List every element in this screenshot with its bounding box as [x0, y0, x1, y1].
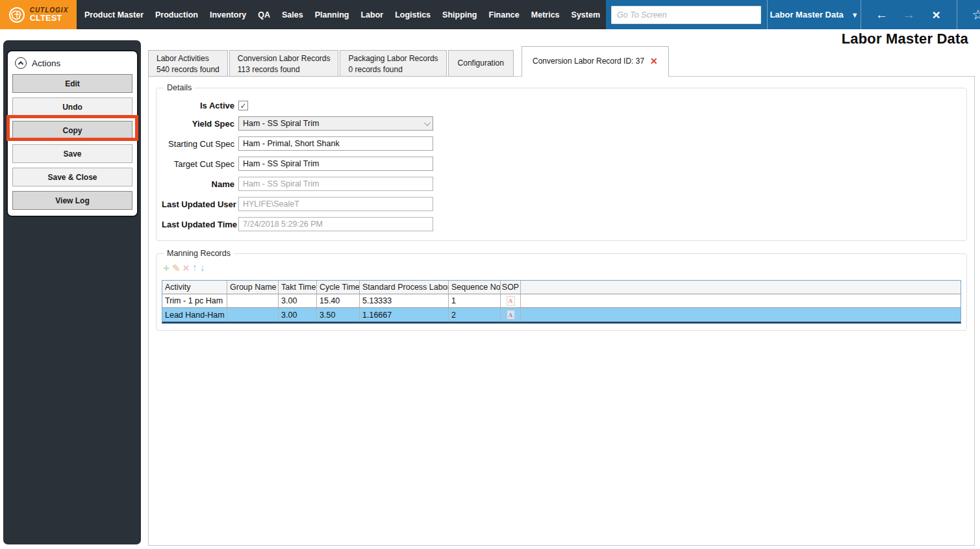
- screen-selector-dropdown[interactable]: Labor Master Data ▼: [768, 0, 861, 29]
- details-groupbox: Details Is Active ✓ Yield Spec Ham - SS …: [156, 83, 967, 241]
- actions-header: Actions: [15, 57, 132, 69]
- tab-strip: Labor Activities 540 records found Conve…: [148, 46, 670, 77]
- menu-inventory[interactable]: Inventory: [204, 0, 252, 29]
- navbar-right-cluster: Labor Master Data ▼ ← → × ☆: [606, 0, 980, 29]
- field-target-cut-spec: Target Cut Spec: [162, 157, 961, 171]
- pdf-icon[interactable]: A: [507, 296, 515, 306]
- col-takt-time[interactable]: Takt Time: [279, 281, 317, 294]
- app-logo: CUTLOGIX CLTEST: [0, 0, 77, 29]
- actions-title: Actions: [32, 58, 60, 68]
- manning-toolbar: + ✎ × ↑ ↓: [163, 262, 961, 274]
- favorite-star-icon[interactable]: ☆: [957, 0, 980, 29]
- delete-icon[interactable]: ×: [183, 262, 190, 274]
- menu-system[interactable]: System: [566, 0, 606, 29]
- top-navbar: CUTLOGIX CLTEST Product Master Productio…: [0, 0, 980, 29]
- tab-packaging-labor-records[interactable]: Packaging Labor Records 0 records found: [340, 50, 446, 77]
- is-active-checkbox[interactable]: ✓: [238, 101, 248, 110]
- main-menu: Product Master Production Inventory QA S…: [77, 0, 606, 29]
- chevron-down-icon: [424, 120, 431, 126]
- field-yield-spec: Yield Spec Ham - SS Spiral Trim: [162, 116, 961, 131]
- manning-records-groupbox: Manning Records + ✎ × ↑ ↓ Activity Group…: [156, 249, 967, 331]
- tab-configuration[interactable]: Configuration: [448, 50, 514, 77]
- menu-logistics[interactable]: Logistics: [389, 0, 436, 29]
- last-updated-user-input: [238, 197, 433, 211]
- table-row[interactable]: Trim - 1 pc Ham 3.00 15.40 5.13333 1 A: [162, 294, 961, 308]
- col-activity[interactable]: Activity: [162, 281, 227, 294]
- field-name: Name: [162, 177, 961, 191]
- copy-button[interactable]: Copy: [12, 121, 132, 140]
- menu-product-master[interactable]: Product Master: [79, 0, 149, 29]
- view-log-button[interactable]: View Log: [12, 191, 132, 210]
- details-legend: Details: [164, 83, 194, 92]
- add-icon[interactable]: +: [163, 262, 170, 274]
- manning-records-table: Activity Group Name Takt Time Cycle Time…: [162, 280, 961, 324]
- record-detail-panel: Details Is Active ✓ Yield Spec Ham - SS …: [148, 76, 975, 546]
- forward-arrow-icon[interactable]: →: [896, 8, 923, 22]
- screen-selector-label: Labor Master Data: [770, 10, 843, 19]
- tab-conversion-labor-records[interactable]: Conversion Labor Records 113 records fou…: [229, 50, 339, 77]
- menu-labor[interactable]: Labor: [355, 0, 389, 29]
- manning-records-legend: Manning Records: [164, 249, 233, 258]
- last-updated-time-input: [238, 217, 433, 231]
- checkmark-icon: ✓: [240, 101, 246, 110]
- save-button[interactable]: Save: [12, 144, 132, 163]
- field-last-updated-time: Last Updated Time: [162, 217, 961, 231]
- save-close-button[interactable]: Save & Close: [12, 168, 132, 186]
- move-down-icon[interactable]: ↓: [199, 262, 205, 273]
- field-last-updated-user: Last Updated User: [162, 197, 961, 211]
- tab-labor-activities[interactable]: Labor Activities 540 records found: [148, 50, 228, 77]
- name-input: [238, 177, 433, 191]
- left-sidebar: Actions Edit Undo Copy Save Save & Close…: [3, 40, 141, 544]
- col-sequence-no[interactable]: Sequence No: [449, 281, 501, 294]
- menu-production[interactable]: Production: [149, 0, 204, 29]
- pdf-icon[interactable]: A: [507, 310, 515, 320]
- table-header-row: Activity Group Name Takt Time Cycle Time…: [162, 281, 961, 294]
- menu-qa[interactable]: QA: [252, 0, 276, 29]
- move-up-icon[interactable]: ↑: [192, 262, 197, 273]
- close-screen-icon[interactable]: ×: [923, 7, 950, 23]
- col-standard-process-labor[interactable]: Standard Process Labor: [360, 281, 449, 294]
- col-sop[interactable]: SOP: [501, 281, 521, 294]
- brand-brain-icon: [8, 6, 25, 23]
- field-is-active: Is Active ✓: [162, 101, 961, 110]
- menu-planning[interactable]: Planning: [309, 0, 355, 29]
- menu-metrics[interactable]: Metrics: [525, 0, 566, 29]
- environment-name: CLTEST: [30, 14, 69, 23]
- back-arrow-icon[interactable]: ←: [868, 8, 896, 22]
- page-title: Labor Master Data: [842, 31, 968, 47]
- target-cut-spec-input[interactable]: [238, 157, 433, 171]
- menu-shipping[interactable]: Shipping: [436, 0, 483, 29]
- tab-close-icon[interactable]: ✕: [650, 55, 658, 68]
- collapse-chevron-icon[interactable]: [15, 57, 27, 69]
- edit-pencil-icon[interactable]: ✎: [172, 263, 181, 273]
- yield-spec-dropdown[interactable]: Ham - SS Spiral Trim: [238, 116, 433, 131]
- table-row-selected[interactable]: Lead Hand-Ham 3.00 3.50 1.16667 2 A: [162, 308, 961, 322]
- chevron-down-icon: ▼: [851, 11, 859, 19]
- copy-button-highlight: Copy: [12, 121, 132, 140]
- undo-button[interactable]: Undo: [12, 97, 132, 116]
- nav-history-controls: ← → ×: [861, 0, 957, 29]
- tab-conversion-labor-record-37[interactable]: Conversion Labor Record ID: 37 ✕: [521, 46, 669, 77]
- col-cycle-time[interactable]: Cycle Time: [317, 281, 360, 294]
- menu-sales[interactable]: Sales: [276, 0, 309, 29]
- menu-finance[interactable]: Finance: [483, 0, 525, 29]
- actions-panel: Actions Edit Undo Copy Save Save & Close…: [6, 50, 138, 217]
- col-group-name[interactable]: Group Name: [227, 281, 279, 294]
- field-starting-cut-spec: Starting Cut Spec: [162, 136, 961, 151]
- go-to-screen-input[interactable]: [611, 6, 761, 24]
- edit-button[interactable]: Edit: [12, 74, 132, 93]
- starting-cut-spec-input[interactable]: [238, 136, 433, 151]
